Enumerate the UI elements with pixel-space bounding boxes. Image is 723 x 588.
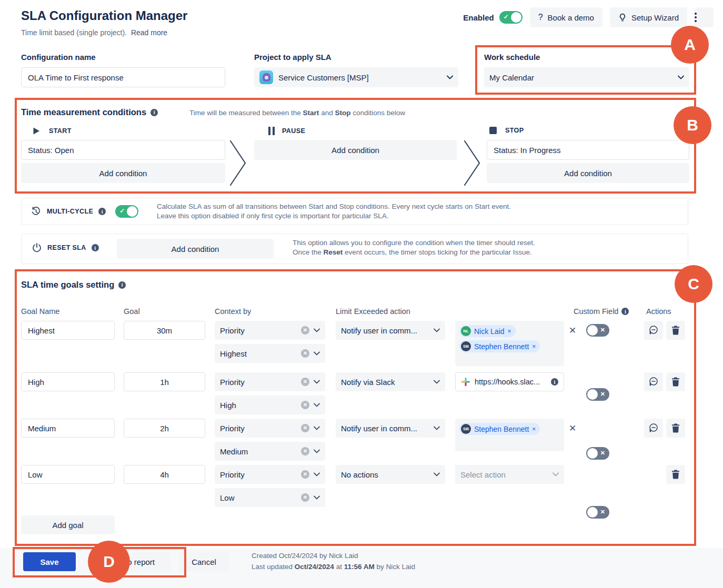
trash-icon: [671, 423, 680, 433]
clear-icon[interactable]: [301, 378, 309, 386]
context-field-value: Priority: [220, 470, 297, 479]
trash-icon: [671, 377, 680, 387]
goal-name-input[interactable]: [21, 419, 115, 438]
pause-add-condition-button[interactable]: Add condition: [254, 140, 457, 160]
multi-cycle-description: Calculate SLA as sum of all transitions …: [157, 202, 511, 221]
slack-webhook-input[interactable]: https://hooks.slac...: [455, 372, 564, 391]
chevron-down-icon: [434, 472, 440, 477]
limit-action-select[interactable]: Notify user in comm...: [336, 419, 445, 438]
goal-value-input[interactable]: [124, 372, 205, 391]
stop-add-condition-button[interactable]: Add condition: [487, 163, 689, 183]
clear-icon[interactable]: [301, 470, 309, 479]
add-goal-button[interactable]: Add goal: [21, 515, 115, 534]
custom-field-toggle[interactable]: [586, 447, 609, 460]
custom-field-toggle[interactable]: [586, 324, 609, 337]
more-menu-button[interactable]: [695, 7, 714, 27]
start-add-condition-button[interactable]: Add condition: [21, 163, 225, 183]
info-icon[interactable]: [621, 308, 629, 315]
user-name: Stephen Bennett: [474, 425, 529, 433]
goal-name-input[interactable]: [21, 465, 115, 484]
annotation-letter: B: [687, 116, 698, 134]
comment-action-button[interactable]: [644, 419, 663, 438]
clear-users-icon[interactable]: [569, 423, 576, 434]
delete-goal-button[interactable]: [666, 465, 685, 484]
enabled-label: Enabled: [463, 13, 494, 22]
reset-desc2-pre: Once the: [293, 248, 324, 256]
updated-time: 11:56 AM: [344, 563, 375, 571]
context-field-select[interactable]: Priority: [215, 419, 325, 438]
project-select[interactable]: Service Customers [MSP]: [254, 67, 458, 87]
remove-user-icon[interactable]: [532, 425, 536, 433]
context-value-select[interactable]: Low: [215, 488, 325, 507]
book-a-demo-button[interactable]: ? Book a demo: [530, 7, 602, 27]
lightbulb-icon: [618, 13, 627, 22]
avatar: NL: [461, 326, 471, 336]
reset-desc2-post: event occurs, the timer stops ticking fo…: [343, 248, 531, 256]
info-icon[interactable]: [551, 378, 558, 386]
play-icon: [33, 127, 41, 135]
context-field-select[interactable]: Priority: [215, 321, 325, 340]
remove-user-icon[interactable]: [532, 343, 536, 350]
cancel-button[interactable]: Cancel: [179, 552, 229, 571]
delete-goal-button[interactable]: [666, 372, 685, 391]
goal-value-input[interactable]: [124, 321, 205, 340]
context-value-select[interactable]: High: [215, 396, 325, 414]
start-condition-input[interactable]: [21, 140, 225, 160]
limit-action-select[interactable]: Notify via Slack: [336, 372, 445, 391]
context-value-select[interactable]: Medium: [215, 442, 325, 461]
delete-goal-button[interactable]: [666, 321, 685, 340]
clear-icon[interactable]: [301, 349, 309, 358]
context-value-select[interactable]: Highest: [215, 344, 325, 363]
info-icon[interactable]: [92, 244, 99, 251]
config-name-input[interactable]: [21, 67, 225, 87]
project-label: Project to apply SLA: [254, 53, 332, 62]
comment-action-button[interactable]: [644, 372, 663, 391]
multi-cycle-icon: [31, 206, 42, 217]
updated-line: Last updated Oct/24/2024 at 11:56 AM by …: [252, 561, 415, 572]
goal-value-input[interactable]: [124, 419, 205, 438]
work-schedule-select[interactable]: My Calendar: [484, 67, 689, 87]
select-action-placeholder[interactable]: Select action: [455, 465, 564, 484]
context-field-value: Priority: [220, 326, 297, 335]
stop-condition-input[interactable]: [487, 140, 689, 160]
save-button[interactable]: Save: [23, 552, 76, 571]
chevron-down-icon: [314, 403, 320, 407]
add-condition-label: Add condition: [564, 169, 612, 178]
chevron-down-icon: [434, 426, 440, 430]
custom-field-toggle[interactable]: [586, 506, 609, 519]
notify-users-box: SB Stephen Bennett: [455, 419, 564, 451]
clear-icon[interactable]: [301, 493, 309, 502]
context-field-select[interactable]: Priority: [215, 465, 325, 484]
read-more-link[interactable]: Read more: [131, 28, 167, 37]
clear-users-icon[interactable]: [569, 325, 576, 336]
custom-field-toggle[interactable]: [586, 388, 609, 401]
clear-icon[interactable]: [301, 447, 309, 455]
enabled-toggle[interactable]: [499, 11, 523, 24]
info-icon[interactable]: [150, 109, 158, 116]
info-icon[interactable]: [98, 208, 106, 215]
limit-action-select[interactable]: Notify user in comm...: [336, 321, 445, 340]
col-limit-action: Limit Exceeded action: [336, 307, 410, 316]
context-value-value: Low: [220, 493, 297, 502]
setup-wizard-button[interactable]: Setup Wizard: [610, 7, 687, 27]
info-icon[interactable]: [118, 281, 126, 289]
delete-goal-button[interactable]: [666, 419, 685, 438]
reset-add-condition-button[interactable]: Add condition: [117, 239, 274, 259]
conditions-title: Time measurement conditions: [21, 107, 146, 117]
pause-label: PAUSE: [282, 127, 305, 135]
multi-cycle-toggle[interactable]: [115, 205, 138, 218]
clear-icon[interactable]: [301, 401, 309, 409]
reset-sla-label: RESET SLA: [47, 244, 86, 251]
goal-name-input[interactable]: [21, 372, 115, 391]
goal-value-input[interactable]: [124, 465, 205, 484]
reset-sla-description: This option allows you to configure the …: [293, 238, 535, 257]
comment-action-button[interactable]: [644, 321, 663, 340]
sla-configuration-page: SLA Configuration Manager Time limit bas…: [0, 0, 723, 588]
goal-name-input[interactable]: [21, 321, 115, 340]
clear-icon[interactable]: [301, 326, 309, 334]
remove-user-icon[interactable]: [508, 328, 511, 335]
book-a-demo-label: Book a demo: [548, 13, 594, 22]
limit-action-select[interactable]: No actions: [336, 465, 445, 484]
clear-icon[interactable]: [301, 424, 309, 432]
context-field-select[interactable]: Priority: [215, 372, 325, 391]
